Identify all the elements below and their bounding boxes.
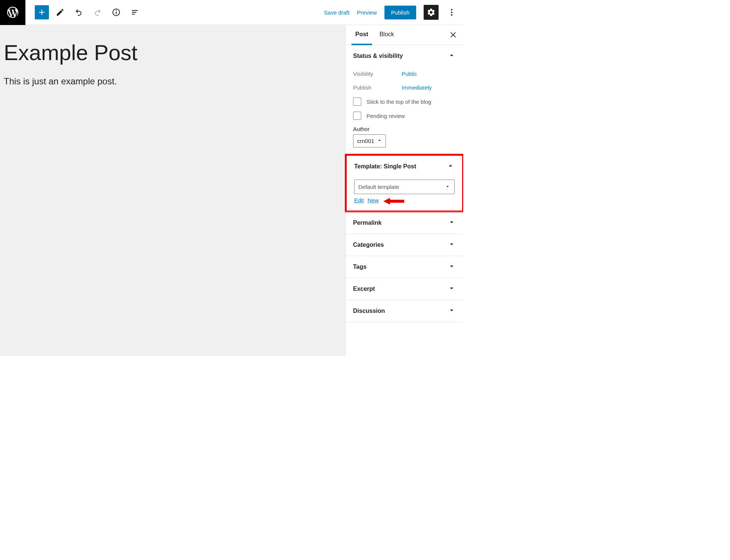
chevron-up-icon: [446, 162, 455, 171]
template-links: Edit New: [354, 194, 455, 211]
panel-status-header[interactable]: Status & visibility: [346, 45, 463, 67]
post-title[interactable]: Example Post: [4, 40, 341, 65]
details-button[interactable]: [109, 5, 124, 20]
svg-point-4: [451, 12, 452, 13]
panel-discussion-header[interactable]: Discussion: [346, 300, 463, 322]
template-highlight-annotation: Template: Single Post Default template E…: [345, 154, 463, 212]
template-edit-link[interactable]: Edit: [354, 197, 364, 205]
pending-review-checkbox[interactable]: [353, 112, 361, 120]
close-sidebar-button[interactable]: [449, 30, 457, 40]
pencil-icon: [56, 8, 65, 17]
more-options-button[interactable]: [446, 5, 457, 20]
panel-permalink-header[interactable]: Permalink: [346, 212, 463, 234]
add-block-button[interactable]: [35, 5, 49, 19]
undo-icon: [74, 8, 83, 17]
svg-rect-2: [116, 10, 117, 11]
settings-sidebar: Post Block Status & visibility Visibilit…: [345, 25, 463, 356]
panel-categories-header[interactable]: Categories: [346, 234, 463, 256]
panel-categories-title: Categories: [353, 242, 448, 248]
panel-status-title: Status & visibility: [353, 53, 448, 59]
svg-marker-6: [383, 198, 404, 205]
plus-icon: [37, 8, 46, 17]
publish-button[interactable]: Publish: [384, 6, 416, 19]
stick-row: Stick to the top of the blog: [346, 94, 463, 109]
panel-tags: Tags: [346, 256, 463, 278]
svg-point-3: [451, 9, 452, 10]
svg-point-5: [451, 14, 452, 16]
publish-value[interactable]: Immediately: [402, 84, 432, 91]
panel-tags-header[interactable]: Tags: [346, 256, 463, 278]
visibility-label: Visibility: [353, 71, 402, 77]
top-toolbar: Save draft Preview Publish: [0, 0, 463, 25]
info-icon: [112, 8, 121, 17]
toolbar-right: Save draft Preview Publish: [324, 5, 463, 20]
tab-block[interactable]: Block: [376, 25, 398, 45]
panel-template-header[interactable]: Template: Single Post: [347, 156, 462, 177]
panel-excerpt-title: Excerpt: [353, 286, 448, 292]
pending-label: Pending review: [366, 113, 405, 119]
stick-checkbox[interactable]: [353, 97, 361, 106]
panel-template: Template: Single Post Default template E…: [347, 156, 462, 211]
redo-icon: [93, 8, 102, 17]
panel-template-title: Template: Single Post: [354, 163, 446, 170]
pending-row: Pending review: [346, 109, 463, 123]
stick-label: Stick to the top of the blog: [366, 99, 431, 105]
chevron-down-icon: [448, 218, 456, 228]
panel-permalink: Permalink: [346, 212, 463, 234]
chevron-down-icon: [448, 262, 456, 272]
toolbar-left: [25, 5, 142, 20]
save-draft-button[interactable]: Save draft: [324, 9, 349, 16]
panel-tags-title: Tags: [353, 264, 448, 270]
panel-permalink-title: Permalink: [353, 220, 448, 226]
kebab-icon: [447, 8, 456, 17]
main-area: Example Post This is just an example pos…: [0, 25, 463, 356]
publish-label: Publish: [353, 84, 402, 91]
panel-discussion-title: Discussion: [353, 308, 448, 314]
chevron-down-icon: [448, 284, 456, 294]
preview-button[interactable]: Preview: [357, 9, 377, 16]
template-select-value: Default template: [358, 184, 399, 190]
wordpress-logo[interactable]: [0, 0, 25, 25]
outline-button[interactable]: [127, 5, 142, 20]
chevron-down-icon: [445, 183, 451, 190]
undo-button[interactable]: [71, 5, 86, 20]
author-value: crn001: [357, 138, 374, 144]
redo-button[interactable]: [90, 5, 105, 20]
author-select[interactable]: crn001: [353, 134, 386, 147]
post-body[interactable]: This is just an example post.: [4, 76, 341, 87]
sidebar-tabs: Post Block: [346, 25, 463, 45]
close-icon: [449, 30, 457, 38]
list-view-icon: [130, 8, 139, 17]
visibility-row: Visibility Public: [346, 67, 463, 81]
gear-icon: [427, 8, 436, 17]
visibility-value[interactable]: Public: [402, 71, 417, 77]
chevron-down-icon: [377, 137, 383, 144]
panel-status-visibility: Status & visibility Visibility Public Pu…: [346, 45, 463, 155]
chevron-down-icon: [448, 240, 456, 250]
panel-categories: Categories: [346, 234, 463, 256]
edit-mode-button[interactable]: [53, 5, 68, 20]
settings-button[interactable]: [424, 5, 439, 20]
wordpress-icon: [6, 6, 19, 19]
chevron-down-icon: [448, 306, 456, 316]
author-label: Author: [346, 123, 463, 134]
chevron-up-icon: [448, 51, 456, 61]
arrow-annotation-icon: [383, 197, 405, 205]
tab-post[interactable]: Post: [352, 25, 372, 45]
template-select[interactable]: Default template: [354, 180, 455, 194]
template-new-link[interactable]: New: [368, 197, 379, 205]
svg-rect-1: [116, 12, 117, 14]
editor-canvas[interactable]: Example Post This is just an example pos…: [0, 25, 345, 356]
panel-discussion: Discussion: [346, 300, 463, 322]
panel-excerpt: Excerpt: [346, 278, 463, 300]
publish-row: Publish Immediately: [346, 81, 463, 94]
panel-excerpt-header[interactable]: Excerpt: [346, 278, 463, 300]
